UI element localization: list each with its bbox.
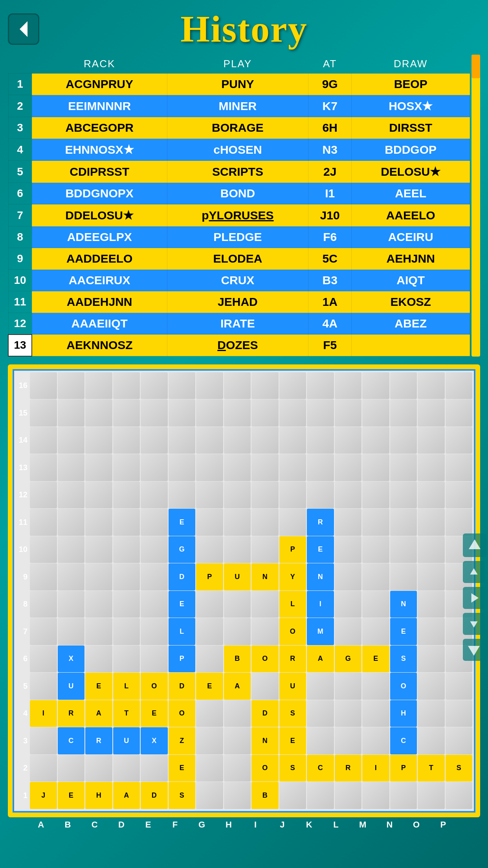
- board-cell: E: [279, 727, 306, 754]
- board-cell: [224, 700, 251, 727]
- board-cell: R: [307, 509, 334, 536]
- board-cell: [196, 482, 223, 509]
- row-label: 7: [16, 627, 30, 636]
- board-cell: [141, 482, 168, 509]
- svg-marker-2: [470, 568, 477, 574]
- board-cell: [141, 536, 168, 563]
- board-cell: [335, 700, 362, 727]
- col-draw: DRAW: [352, 55, 470, 74]
- board-cell: [85, 536, 112, 563]
- arrow-right-btn[interactable]: [463, 587, 485, 609]
- board-cell: S: [446, 755, 473, 782]
- svg-marker-1: [469, 539, 481, 549]
- row-num: 2: [8, 95, 32, 117]
- board-cell: [279, 782, 306, 809]
- board-cell: [113, 536, 140, 563]
- board-cell: D: [141, 782, 168, 809]
- board-cell: O: [251, 755, 279, 782]
- header: History: [0, 0, 488, 55]
- board-cell: [113, 509, 140, 536]
- board-cell: [224, 372, 251, 399]
- table-cell: MINER: [167, 95, 308, 117]
- board-cell: [196, 372, 223, 399]
- board-cell: [390, 482, 417, 509]
- table-cell: 9G: [308, 74, 352, 95]
- row-label: 13: [16, 463, 30, 472]
- row-num: 6: [8, 183, 32, 204]
- board-cell: [85, 399, 112, 427]
- board-row: 1JEHADSB: [16, 782, 472, 809]
- table-cell: JEHAD: [167, 291, 308, 313]
- board-cell: [446, 727, 473, 754]
- scrollbar-thumb[interactable]: [471, 55, 480, 78]
- board-cell: [279, 427, 306, 454]
- row-num: 5: [8, 161, 32, 183]
- board-cell: [113, 645, 140, 673]
- board-cell: [169, 427, 196, 454]
- board-cell: L: [113, 673, 140, 700]
- board-cell: Z: [169, 727, 196, 754]
- board-cell: [390, 399, 417, 427]
- board-cell: [30, 645, 57, 673]
- board-cell: I: [30, 700, 57, 727]
- table-cell: HOSX★: [352, 95, 470, 117]
- board-cell: [446, 700, 473, 727]
- board-cell: [58, 454, 85, 481]
- row-num: 8: [8, 226, 32, 248]
- board-cell: [335, 372, 362, 399]
- board-section: 161514131211ER10GPE9DPUNYN8ELIN7LOME6XPB…: [0, 364, 488, 830]
- history-section: RACK PLAY AT DRAW 1ACGNPRUYPUNY9GBEOP2EE…: [0, 55, 488, 357]
- arrow-down-large-btn[interactable]: [463, 639, 485, 661]
- row-num: 1: [8, 74, 32, 95]
- board-cell: C: [390, 727, 417, 754]
- board-cell: [58, 482, 85, 509]
- board-cell: [141, 591, 168, 618]
- board-cell: H: [390, 700, 417, 727]
- arrow-up-large-btn[interactable]: [463, 533, 486, 557]
- scrollbar[interactable]: [471, 55, 480, 357]
- board-cell: [335, 782, 362, 809]
- board-cell: [418, 591, 445, 618]
- board-cell: [335, 727, 362, 754]
- row-label: 9: [16, 572, 30, 581]
- board-cell: P: [169, 645, 196, 673]
- table-cell: AADEHJNN: [32, 291, 167, 313]
- table-cell: DOZES: [167, 335, 308, 356]
- board-cell: M: [307, 618, 334, 645]
- board-cell: E: [307, 536, 334, 563]
- board-cell: R: [85, 727, 112, 754]
- arrow-down-small-btn[interactable]: [463, 613, 485, 635]
- col-label: J: [269, 820, 295, 830]
- board-cell: [30, 673, 57, 700]
- row-label: 1: [16, 791, 30, 800]
- board-cell: [446, 509, 473, 536]
- col-label: D: [108, 820, 135, 830]
- board-cell: [58, 755, 85, 782]
- arrow-up-small-btn[interactable]: [463, 561, 485, 583]
- board-cell: I: [307, 591, 334, 618]
- board-cell: S: [390, 645, 417, 673]
- col-at: AT: [308, 55, 352, 74]
- board-cell: [335, 454, 362, 481]
- board-cell: [85, 755, 112, 782]
- board-cell: [196, 727, 223, 754]
- back-button[interactable]: [8, 13, 39, 45]
- table-cell: cHOSEN: [167, 139, 308, 161]
- board-cell: [362, 591, 389, 618]
- board-cell: S: [279, 755, 306, 782]
- row-label: 4: [16, 709, 30, 718]
- board-cell: P: [279, 536, 306, 563]
- table-cell: ACEIRU: [352, 226, 470, 248]
- board-cell: [113, 482, 140, 509]
- board-inner: 161514131211ER10GPE9DPUNYN8ELIN7LOME6XPB…: [13, 369, 475, 813]
- board-cell: [251, 454, 279, 481]
- row-num: 11: [8, 291, 32, 313]
- board-cell: [169, 372, 196, 399]
- board-cell: X: [58, 645, 85, 673]
- board-cell: [30, 727, 57, 754]
- board-cell: [196, 645, 223, 673]
- board-cell: [446, 399, 473, 427]
- board-cell: [58, 427, 85, 454]
- table-cell: ABEZ: [352, 313, 470, 335]
- board-cell: [85, 454, 112, 481]
